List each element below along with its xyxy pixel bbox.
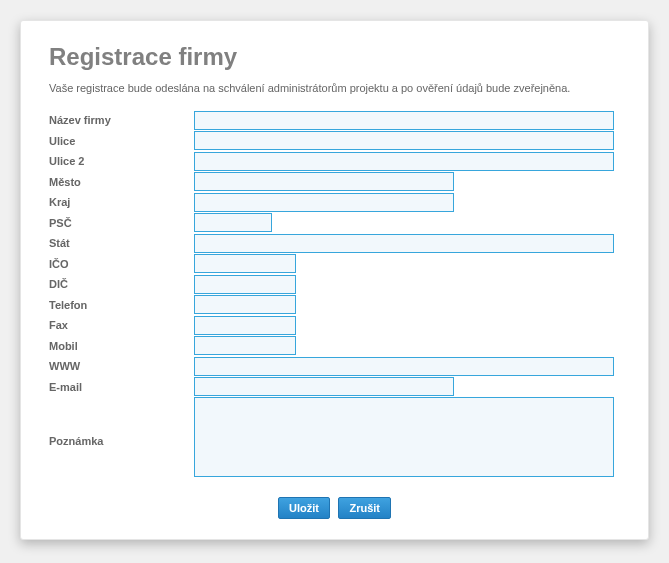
input-mesto[interactable]	[194, 172, 454, 191]
label-fax: Fax	[49, 315, 194, 331]
row-fax: Fax	[49, 315, 620, 335]
row-www: WWW	[49, 356, 620, 376]
input-telefon[interactable]	[194, 295, 296, 314]
label-mobil: Mobil	[49, 336, 194, 352]
input-www[interactable]	[194, 357, 614, 376]
label-stat: Stát	[49, 233, 194, 249]
row-ico: IČO	[49, 254, 620, 274]
label-nazev-firmy: Název firmy	[49, 110, 194, 126]
button-row: Uložit Zrušit	[49, 497, 620, 519]
label-telefon: Telefon	[49, 295, 194, 311]
row-email: E-mail	[49, 377, 620, 397]
cancel-button[interactable]: Zrušit	[338, 497, 391, 519]
label-www: WWW	[49, 356, 194, 372]
input-fax[interactable]	[194, 316, 296, 335]
row-ulice2: Ulice 2	[49, 151, 620, 171]
label-ulice2: Ulice 2	[49, 151, 194, 167]
input-mobil[interactable]	[194, 336, 296, 355]
input-ulice[interactable]	[194, 131, 614, 150]
label-psc: PSČ	[49, 213, 194, 229]
label-poznamka: Poznámka	[49, 431, 194, 447]
input-kraj[interactable]	[194, 193, 454, 212]
input-ico[interactable]	[194, 254, 296, 273]
input-nazev-firmy[interactable]	[194, 111, 614, 130]
input-dic[interactable]	[194, 275, 296, 294]
input-stat[interactable]	[194, 234, 614, 253]
row-psc: PSČ	[49, 213, 620, 233]
input-ulice2[interactable]	[194, 152, 614, 171]
page-title: Registrace firmy	[49, 43, 620, 71]
row-mobil: Mobil	[49, 336, 620, 356]
input-poznamka[interactable]	[194, 397, 614, 477]
row-kraj: Kraj	[49, 192, 620, 212]
label-mesto: Město	[49, 172, 194, 188]
label-ulice: Ulice	[49, 131, 194, 147]
label-email: E-mail	[49, 377, 194, 393]
input-email[interactable]	[194, 377, 454, 396]
row-poznamka: Poznámka	[49, 397, 620, 481]
row-telefon: Telefon	[49, 295, 620, 315]
row-mesto: Město	[49, 172, 620, 192]
row-nazev-firmy: Název firmy	[49, 110, 620, 130]
row-stat: Stát	[49, 233, 620, 253]
label-dic: DIČ	[49, 274, 194, 290]
registration-card: Registrace firmy Vaše registrace bude od…	[20, 20, 649, 540]
page-intro: Vaše registrace bude odeslána na schvále…	[49, 81, 620, 96]
input-psc[interactable]	[194, 213, 272, 232]
row-dic: DIČ	[49, 274, 620, 294]
save-button[interactable]: Uložit	[278, 497, 330, 519]
row-ulice: Ulice	[49, 131, 620, 151]
label-kraj: Kraj	[49, 192, 194, 208]
label-ico: IČO	[49, 254, 194, 270]
